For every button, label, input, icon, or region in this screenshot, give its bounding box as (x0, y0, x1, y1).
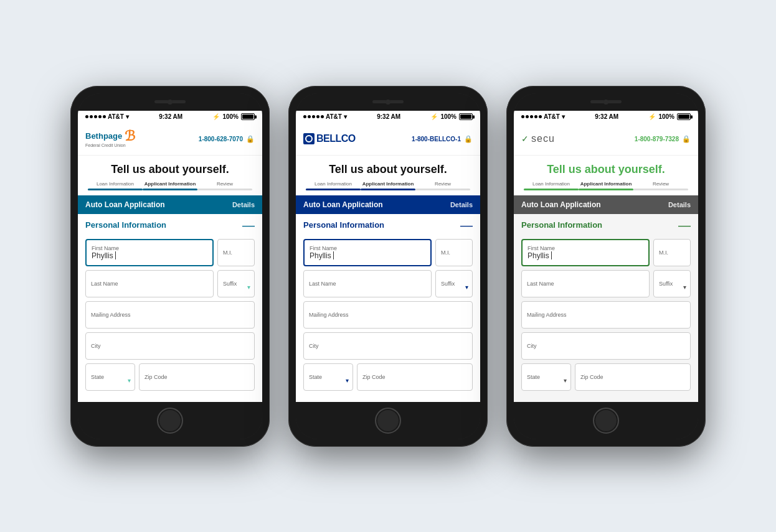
wifi-icon-bellco: ▾ (344, 113, 347, 120)
mi-label-secu: M.I. (659, 250, 685, 256)
details-link-bellco[interactable]: Details (450, 201, 473, 208)
form-row-name-bethpage: First Name Phyllis M.I. (85, 239, 255, 266)
suffix-arrow-secu: ▾ (683, 284, 686, 291)
city-field-secu: City (521, 332, 691, 360)
mailing-address-wrapper-bethpage[interactable]: Mailing Address (85, 301, 255, 329)
dot4 (98, 115, 102, 118)
zip-field-secu: Zip Code (575, 363, 691, 391)
suffix-wrapper-secu[interactable]: Suffix ▾ (653, 270, 691, 297)
home-button-bellco[interactable] (375, 408, 401, 434)
details-link-bethpage[interactable]: Details (232, 201, 255, 208)
progress-label-applicant-secu: Applicant Information (580, 181, 632, 187)
dot1-secu (521, 115, 524, 118)
first-name-field-bellco: First Name Phyllis (303, 239, 432, 266)
first-name-value-secu: Phyllis (528, 251, 643, 260)
state-field-bethpage: State ▾ (85, 363, 135, 391)
home-button-bethpage[interactable] (157, 408, 183, 434)
suffix-label-bethpage: Suffix (223, 281, 249, 287)
secu-phone-number[interactable]: 1-800-879-7328 (635, 136, 679, 142)
form-row-city-secu: City (521, 332, 691, 360)
bellco-logo: BELLCO (303, 133, 356, 144)
form-row-lastname-bethpage: Last Name Suffix ▾ (85, 270, 255, 297)
last-name-wrapper-bethpage[interactable]: Last Name (85, 270, 214, 297)
bellco-icon-box (303, 133, 315, 144)
city-wrapper-secu[interactable]: City (521, 332, 691, 360)
phone-bottom-bethpage (78, 402, 262, 439)
mi-wrapper-bethpage[interactable]: M.I. (217, 239, 255, 266)
personal-info-label-secu: Personal Information (521, 220, 602, 230)
time-label-bellco: 9:32 AM (377, 113, 400, 120)
collapse-button-secu[interactable]: — (678, 219, 691, 231)
progress-step-applicant-bethpage: Applicant Information (143, 181, 197, 190)
state-wrapper-bethpage[interactable]: State ▾ (85, 363, 135, 391)
last-name-wrapper-bellco[interactable]: Last Name (303, 270, 432, 297)
status-left-bethpage: AT&T ▾ (85, 113, 129, 120)
first-name-wrapper-bethpage[interactable]: First Name Phyllis (85, 239, 214, 266)
form-row-name-secu: First Name Phyllis M.I. (521, 239, 691, 266)
progress-fill-applicant-bellco (361, 189, 415, 190)
city-label-bellco: City (309, 343, 467, 349)
battery-label-secu: 100% (658, 113, 674, 120)
dot2 (90, 115, 93, 118)
mailing-address-wrapper-secu[interactable]: Mailing Address (521, 301, 691, 329)
camera-bethpage (168, 100, 173, 105)
city-field-bethpage: City (85, 332, 255, 360)
bellco-phone-number[interactable]: 1-800-BELLCO-1 (412, 136, 461, 142)
status-right-secu: ⚡ 100% (648, 113, 691, 120)
bethpage-logo-area: Bethpage ℬ Federal Credit Union (85, 129, 135, 148)
first-name-wrapper-secu[interactable]: First Name Phyllis (521, 239, 650, 266)
mi-field-secu: M.I. (653, 239, 691, 266)
dot1 (85, 115, 88, 118)
progress-track-applicant-bellco (361, 189, 415, 190)
city-wrapper-bethpage[interactable]: City (85, 332, 255, 360)
phone-bethpage: AT&T ▾ 9:32 AM ⚡ 100% (70, 86, 270, 447)
progress-label-review-bethpage: Review (217, 181, 233, 187)
home-button-secu[interactable] (593, 408, 619, 434)
progress-step-loan-bethpage: Loan Information (88, 181, 143, 190)
zip-wrapper-bellco[interactable]: Zip Code (357, 363, 473, 391)
last-name-field-secu: Last Name (521, 270, 650, 297)
progress-fill-bethpage (88, 189, 143, 190)
carrier-label-secu: AT&T (544, 113, 560, 120)
time-label-secu: 9:32 AM (595, 113, 618, 120)
city-wrapper-bellco[interactable]: City (303, 332, 473, 360)
first-name-wrapper-bellco[interactable]: First Name Phyllis (303, 239, 432, 266)
progress-track-review-bethpage (197, 189, 252, 190)
battery-icon-bethpage (241, 113, 255, 120)
form-row-state-secu: State ▾ Zip Code (521, 363, 691, 391)
battery-label-bellco: 100% (440, 113, 457, 120)
dot3-secu (530, 115, 533, 118)
collapse-button-bellco[interactable]: — (460, 219, 473, 231)
progress-step-applicant-secu: Applicant Information (579, 181, 633, 190)
form-row-lastname-secu: Last Name Suffix ▾ (521, 270, 691, 297)
zip-wrapper-bethpage[interactable]: Zip Code (139, 363, 255, 391)
screen-bethpage: AT&T ▾ 9:32 AM ⚡ 100% (78, 111, 262, 402)
mailing-address-wrapper-bellco[interactable]: Mailing Address (303, 301, 473, 329)
last-name-wrapper-secu[interactable]: Last Name (521, 270, 650, 297)
details-link-secu[interactable]: Details (668, 201, 691, 208)
mailing-address-field-bellco: Mailing Address (303, 301, 473, 329)
first-name-value-bethpage: Phyllis (92, 251, 207, 260)
state-wrapper-bellco[interactable]: State ▾ (303, 363, 353, 391)
state-wrapper-secu[interactable]: State ▾ (521, 363, 571, 391)
form-area-bethpage: First Name Phyllis M.I. (78, 236, 262, 402)
state-label-secu: State (527, 374, 565, 380)
state-label-bellco: State (309, 374, 348, 380)
battery-fill-secu (678, 114, 689, 119)
secu-header-right: 1-800-879-7328 🔒 (635, 135, 691, 143)
zip-label-secu: Zip Code (580, 374, 685, 380)
dot1-bellco (303, 115, 306, 118)
form-row-lastname-bellco: Last Name Suffix ▾ (303, 270, 473, 297)
mi-wrapper-bellco[interactable]: M.I. (435, 239, 473, 266)
last-name-label-bethpage: Last Name (91, 281, 208, 287)
suffix-wrapper-bellco[interactable]: Suffix ▾ (435, 270, 473, 297)
suffix-wrapper-bethpage[interactable]: Suffix ▾ (217, 270, 255, 297)
dot3 (94, 115, 97, 118)
form-row-city-bellco: City (303, 332, 473, 360)
progress-fill-applicant-bethpage (143, 189, 197, 190)
mi-label-bethpage: M.I. (223, 250, 249, 256)
zip-wrapper-secu[interactable]: Zip Code (575, 363, 691, 391)
mi-wrapper-secu[interactable]: M.I. (653, 239, 691, 266)
collapse-button-bethpage[interactable]: — (242, 219, 255, 231)
bethpage-phone-number[interactable]: 1-800-628-7070 (199, 136, 243, 142)
